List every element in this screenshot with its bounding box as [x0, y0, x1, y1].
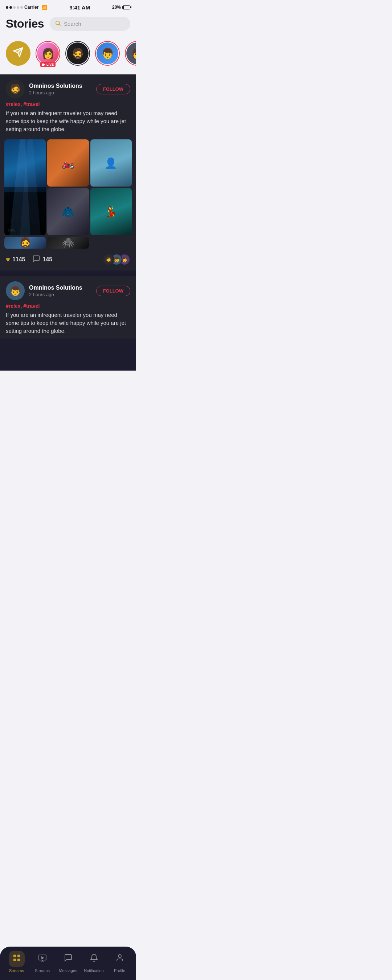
wifi-icon: 📶: [41, 5, 47, 10]
post-image-beard[interactable]: 🧔: [4, 237, 46, 249]
live-badge: LIVE: [40, 62, 56, 67]
signal-dot-4: [17, 6, 19, 9]
post-body-1: #relex, #travel If you are an infrequent…: [0, 101, 136, 137]
send-icon: [13, 47, 24, 60]
signal-dots: [6, 6, 23, 9]
comment-action-1[interactable]: 145: [32, 255, 52, 265]
post-username-2: Omninos Solutions: [29, 285, 92, 291]
story-send-button[interactable]: [6, 41, 30, 66]
post-avatar-2: 👦: [6, 281, 25, 300]
like-action-1[interactable]: ♥ 1145: [6, 256, 25, 264]
story-item-1[interactable]: 👩 LIVE: [35, 41, 60, 66]
like-count-1: 1145: [12, 256, 25, 263]
feed-divider: [0, 273, 136, 276]
post-time-2: 2 hours ago: [29, 292, 92, 297]
comment-count-1: 145: [43, 256, 52, 263]
liked-avatars-1: 🧔 👦 👩: [106, 254, 130, 265]
post-header-1: 🧔 Omninos Solutions 2 hours ago FOLLOW: [0, 75, 136, 101]
story-avatar-3: 👦: [97, 43, 118, 64]
post-hashtags-2: #relex, #travel: [6, 303, 130, 309]
bottom-spacer: [0, 342, 136, 371]
signal-dot-2: [10, 6, 12, 9]
story-ring-3: 👦: [95, 41, 120, 66]
post-body-2: #relex, #travel If you are an infrequent…: [0, 303, 136, 338]
carrier-text: Carrier: [24, 5, 38, 10]
post-image-suit[interactable]: 🧥: [47, 188, 89, 235]
page-title: Stories: [6, 17, 44, 30]
post-text-2: If you are an infrequent traveler you ma…: [6, 311, 130, 335]
heart-icon: ♥: [6, 256, 10, 264]
status-bar: Carrier 📶 9:41 AM 20%: [0, 0, 136, 13]
post-header-2: 👦 Omninos Solutions 2 hours ago FOLLOW: [0, 276, 136, 303]
comment-icon: [32, 255, 40, 265]
post-time-1: 2 hours ago: [29, 90, 92, 95]
post-image-dance[interactable]: 💃: [90, 188, 132, 235]
post-image-city[interactable]: 👤: [90, 139, 132, 186]
svg-line-1: [59, 24, 61, 26]
header: Stories Search: [0, 13, 136, 35]
signal-dot-3: [13, 6, 16, 9]
battery-percent: 20%: [112, 5, 121, 10]
signal-dot-1: [6, 6, 8, 9]
liked-avatar-1: 🧔: [103, 254, 114, 265]
story-item-4[interactable]: 🧑: [125, 41, 136, 66]
image-grid-1: THIS: [4, 139, 132, 249]
battery-icon: [122, 5, 130, 10]
post-username-1: Omninos Solutions: [29, 83, 92, 89]
post-text-1: If you are an infrequent traveler you ma…: [6, 109, 130, 133]
status-time: 9:41 AM: [69, 4, 90, 11]
battery-body: [122, 5, 130, 10]
story-item-2[interactable]: 🧔: [65, 41, 90, 66]
post-image-concert[interactable]: THIS: [4, 139, 46, 235]
post-image-moto[interactable]: 🏍️: [47, 139, 89, 186]
story-item-3[interactable]: 👦: [95, 41, 120, 66]
post-avatar-1: 🧔: [6, 80, 25, 99]
feed-section: 🧔 Omninos Solutions 2 hours ago FOLLOW #…: [0, 75, 136, 371]
story-avatar-wrap-1: 👩 LIVE: [35, 41, 60, 66]
search-placeholder: Search: [64, 21, 81, 27]
image-grid-wrapper-1: THIS: [0, 139, 136, 249]
post-hashtags-1: #relex, #travel: [6, 101, 130, 107]
signal-dot-5: [20, 6, 23, 9]
post-card-2: 👦 Omninos Solutions 2 hours ago FOLLOW #…: [0, 276, 136, 338]
follow-button-1[interactable]: FOLLOW: [96, 84, 130, 94]
post-actions-1: ♥ 1145 145 🧔 👦 👩: [0, 249, 136, 270]
story-avatar-1: 👩: [37, 43, 59, 64]
battery-fill: [123, 6, 124, 9]
stories-scroll[interactable]: 👩 LIVE 🧔 👦 🧑: [0, 38, 136, 68]
search-icon: [55, 20, 61, 28]
status-right: 20%: [112, 5, 130, 10]
stories-section: 👩 LIVE 🧔 👦 🧑: [0, 35, 136, 75]
svg-rect-2: [42, 64, 44, 66]
svg-marker-3: [44, 64, 45, 65]
story-avatar-2: 🧔: [67, 43, 89, 64]
post-user-info-1: Omninos Solutions 2 hours ago: [29, 83, 92, 95]
post-card-1: 🧔 Omninos Solutions 2 hours ago FOLLOW #…: [0, 75, 136, 270]
story-ring-2: 🧔: [65, 41, 90, 66]
search-bar[interactable]: Search: [50, 17, 130, 31]
follow-button-2[interactable]: FOLLOW: [96, 286, 130, 296]
post-image-tattoo[interactable]: 🕷️: [47, 237, 89, 249]
post-user-info-2: Omninos Solutions 2 hours ago: [29, 285, 92, 297]
story-avatar-4: 🧑: [126, 43, 136, 64]
story-ring-4: 🧑: [125, 41, 136, 66]
svg-point-0: [56, 21, 59, 25]
story-send-item[interactable]: [6, 41, 30, 66]
status-left: Carrier 📶: [6, 5, 47, 10]
